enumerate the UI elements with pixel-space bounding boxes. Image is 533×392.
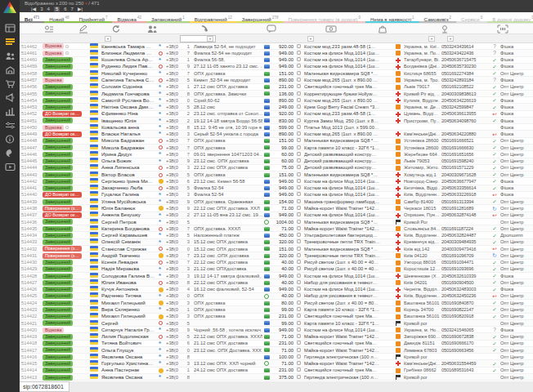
- order-comment: 23.12 смс. отправка от Сокол…: [192, 110, 262, 117]
- status-cell: Завершений: [41, 158, 88, 164]
- sidebar-marketing-icon[interactable]: [3, 92, 16, 103]
- per-page-dropdown-caret[interactable]: ▾: [85, 1, 87, 6]
- pager-last-button[interactable]: ▶|: [78, 7, 83, 12]
- customer-name: Солодкова Галина В…: [100, 273, 157, 279]
- table-row-order-514413[interactable]: 514413ЗавершенийЯковлева Оксана*+38(0837…: [20, 374, 533, 381]
- pager-first-button[interactable]: |◀: [31, 7, 36, 12]
- column-header-order-id-icon[interactable]: [44, 24, 54, 33]
- sidebar-purchases-icon[interactable]: [3, 78, 16, 89]
- order-id: 514442: [20, 178, 41, 185]
- sidebar-clients-icon[interactable]: [3, 51, 16, 61]
- column-header-comment-icon[interactable]: [266, 24, 276, 33]
- tab-10[interactable]: Самовивіз2: [419, 12, 456, 23]
- tab-count: 1: [412, 16, 414, 20]
- pager-page-3[interactable]: 3: [40, 7, 43, 12]
- call-count: 7: [182, 70, 192, 77]
- tab-count: 278: [272, 16, 279, 20]
- tab-label: Самовивіз: [424, 16, 449, 22]
- column-header-location-pin-icon[interactable]: [440, 24, 450, 33]
- tracking-number: 20400309671628: [440, 172, 489, 178]
- order-source: Опт Центр: [499, 83, 533, 90]
- payment-cell: [262, 185, 271, 191]
- sidebar-info-icon[interactable]: [3, 134, 16, 145]
- customer-name: Захарченко Люба: [100, 185, 157, 191]
- product-filter-dropdown[interactable]: ▾: [428, 36, 435, 42]
- column-header-clients-icon[interactable]: [147, 24, 157, 33]
- payment-blue-icon: [264, 274, 270, 278]
- tab-8[interactable]: Повернення товару (в дорозі)0: [283, 12, 365, 23]
- call-status-cell: [157, 286, 164, 292]
- order-id: 514457: [20, 77, 41, 83]
- sidebar-company-icon[interactable]: [3, 65, 16, 75]
- call-count: 9: [182, 205, 192, 212]
- address-filter-dropdown[interactable]: ▾: [447, 36, 454, 42]
- product-name: Маленькая видеокамера SQ8 *…: [302, 137, 394, 144]
- tracking-number: 0501690672838: [440, 333, 489, 340]
- carrier-cell: [394, 327, 402, 333]
- payment-cell: [262, 300, 271, 306]
- order-id: 514455: [20, 91, 41, 97]
- carrier-red-icon: [396, 361, 401, 366]
- column-header-product-bag-icon[interactable]: [378, 24, 387, 33]
- pager-page-7[interactable]: 7: [71, 7, 74, 12]
- tab-11[interactable]: Сервіси0: [456, 12, 487, 23]
- phone-number: +38(0: [164, 265, 182, 272]
- column-header-money-icon[interactable]: [325, 24, 335, 33]
- column-header-edit-icon[interactable]: [78, 24, 88, 33]
- tab-4[interactable]: Відмова42: [112, 12, 146, 23]
- order-comment: 09.01 звернення 10471203 04…: [192, 151, 262, 158]
- status-filter-dropdown[interactable]: ▾: [105, 36, 111, 42]
- tracking-number: 20450631554459: [440, 360, 489, 367]
- product-name: Костюм мод.233 разм.48-58 (1…: [302, 110, 394, 117]
- carrier-orange-icon: [396, 348, 401, 353]
- call-status-cell: [157, 252, 164, 259]
- payment-cell: [262, 212, 271, 218]
- ukraine-flag-icon: [90, 292, 98, 297]
- carrier-red-icon: [396, 240, 401, 245]
- sidebar-stats-icon[interactable]: [3, 106, 16, 117]
- payment-cell: [262, 151, 271, 158]
- column-header-phone-icon[interactable]: [199, 24, 209, 33]
- column-header-barcode-icon[interactable]: [497, 24, 507, 33]
- pager-page-4[interactable]: 4: [47, 7, 50, 12]
- status-badge: Відмова: [43, 78, 64, 83]
- price-filter-dropdown[interactable]: ▾: [307, 36, 314, 42]
- carrier-cell: [394, 198, 402, 205]
- order-comment: 15.12 смс ОПХ доставка: [192, 246, 262, 252]
- tab-9[interactable]: Нема в наявності1: [365, 12, 419, 23]
- payment-blue-icon: [264, 180, 270, 184]
- phone-number: +38(0: [164, 164, 182, 171]
- tab-2[interactable]: Новий48: [44, 12, 74, 23]
- product-icon-cell: [295, 110, 302, 117]
- tracking-status-icon: ↩: [489, 111, 499, 117]
- tab-12[interactable]: В дорозі додому0: [487, 12, 533, 23]
- status-cell: Завершений: [41, 354, 88, 360]
- tab-3[interactable]: Прийнятий7: [74, 12, 113, 23]
- app-logo[interactable]: [3, 2, 16, 13]
- tab-7[interactable]: Завершений278: [237, 12, 284, 23]
- pager-page-5[interactable]: 5: [54, 7, 60, 12]
- sidebar-theme-icon[interactable]: [3, 148, 16, 158]
- product-icon-cell: [295, 273, 302, 279]
- product-icon-cell: [295, 259, 302, 265]
- tracking-status-icon: ?: [489, 43, 499, 49]
- tab-1[interactable]: Всі471: [20, 12, 44, 23]
- carrier-cell: [394, 360, 402, 367]
- comment-filter-dropdown[interactable]: ▾: [207, 36, 213, 42]
- delivery-address: Куликів, Відділе…: [402, 97, 440, 104]
- status-badge: Завершений: [43, 138, 73, 144]
- product-name: Костюм на флисе Мод.1014 (1ш…: [302, 56, 394, 63]
- sidebar-settings-icon[interactable]: [3, 120, 16, 131]
- order-amount: 949.00: [271, 63, 295, 69]
- tab-6[interactable]: Відправлений12: [190, 12, 237, 23]
- tab-count: 12: [228, 16, 232, 20]
- sidebar-video-icon[interactable]: [3, 162, 16, 172]
- carrier-red-icon: [396, 233, 401, 238]
- column-header-status-refresh-icon[interactable]: [111, 24, 121, 33]
- tab-5[interactable]: Запакований1: [146, 12, 190, 23]
- pager-page-6[interactable]: 6: [64, 7, 66, 12]
- status-cell: Завершений: [41, 118, 88, 124]
- sidebar-dashboard-icon[interactable]: [3, 23, 16, 33]
- call-ok-icon: *: [159, 131, 161, 136]
- sidebar-orders-icon[interactable]: [3, 37, 16, 47]
